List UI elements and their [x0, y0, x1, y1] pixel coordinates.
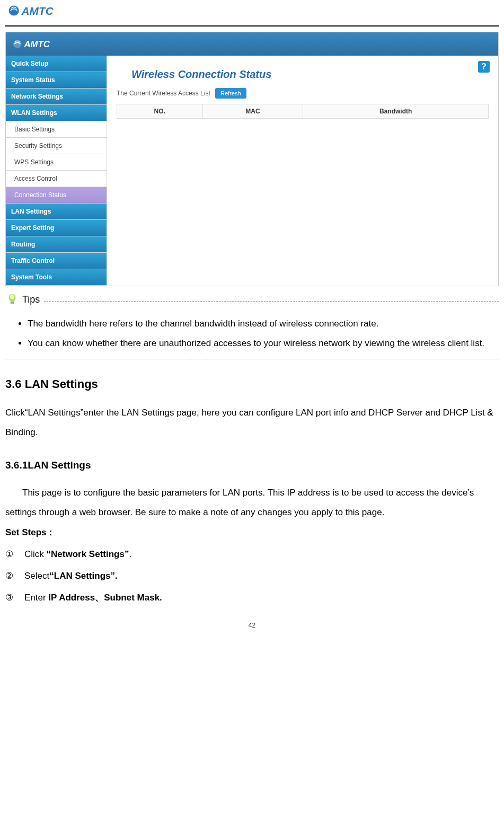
sidebar-item[interactable]: Routing: [6, 236, 107, 253]
sidebar-item[interactable]: LAN Settings: [6, 204, 107, 220]
sidebar-item[interactable]: Quick Setup: [6, 56, 107, 72]
sidebar-item[interactable]: Security Settings: [6, 138, 107, 154]
sidebar-item[interactable]: Basic Settings: [6, 121, 107, 138]
sidebar-item[interactable]: Traffic Control: [6, 253, 107, 269]
step-item: ③Enter IP Address、Subnet Mask.: [5, 587, 499, 609]
subsection-para: This page is to configure the basic para…: [5, 483, 499, 523]
page-number: 42: [5, 622, 499, 629]
dashed-line: [44, 301, 499, 302]
section-heading: 3.6 LAN Settings: [5, 377, 499, 391]
sidebar-item[interactable]: Network Settings: [6, 89, 107, 105]
brand-text: AMTC: [21, 5, 54, 17]
sidebar-item[interactable]: Connection Status: [6, 187, 107, 204]
section-intro: Click“LAN Settings”enter the LAN Setting…: [5, 403, 499, 443]
steps-list: ①Click “Network Settings”.②Select“LAN Se…: [5, 544, 499, 608]
sidebar-item[interactable]: WLAN Settings: [6, 105, 107, 121]
set-steps-label: Set Steps：: [5, 526, 499, 538]
access-list-row: The Current Wireless Access List Refresh: [117, 88, 489, 99]
doc-header: AMTC: [5, 0, 499, 26]
sidebar-item[interactable]: System Tools: [6, 269, 107, 286]
dashed-line: [5, 359, 499, 359]
subsection-heading: 3.6.1LAN Settings: [5, 459, 499, 471]
connection-table: NO.MACBandwidth: [117, 104, 489, 119]
sidebar-item[interactable]: System Status: [6, 72, 107, 89]
sidebar-item[interactable]: Expert Setting: [6, 220, 107, 236]
help-icon[interactable]: ?: [478, 61, 490, 73]
embedded-screenshot: AMTC Quick SetupSystem StatusNetwork Set…: [5, 32, 499, 286]
step-bold: “LAN Settings”.: [49, 571, 117, 581]
step-marker: ③: [5, 587, 13, 609]
step-marker: ①: [5, 544, 13, 565]
step-item: ②Select“LAN Settings”.: [5, 565, 499, 587]
brand-logo: AMTC: [5, 2, 95, 19]
refresh-button[interactable]: Refresh: [215, 88, 246, 99]
tips-list: The bandwidth here refers to the channel…: [5, 314, 499, 354]
sidebar-item[interactable]: WPS Settings: [6, 154, 107, 171]
svg-rect-7: [11, 303, 14, 304]
tips-header-row: Tips: [5, 293, 499, 306]
svg-rect-6: [11, 302, 14, 303]
tips-item: You can know whether there are unauthori…: [28, 333, 499, 353]
screenshot-topbar: AMTC: [6, 32, 498, 56]
table-header: Bandwidth: [303, 104, 489, 119]
step-bold: “Network Settings”: [47, 549, 129, 559]
tips-item: The bandwidth here refers to the channel…: [28, 314, 499, 333]
step-item: ①Click “Network Settings”.: [5, 544, 499, 565]
svg-text:AMTC: AMTC: [23, 39, 50, 49]
tips-label: Tips: [22, 294, 40, 305]
step-marker: ②: [5, 565, 13, 587]
content-title: Wireless Connection Status: [131, 68, 489, 81]
screenshot-content: ? Wireless Connection Status The Current…: [107, 56, 498, 286]
step-bold: IP Address、Subnet Mask.: [48, 593, 162, 603]
table-header: NO.: [117, 104, 203, 119]
svg-point-4: [10, 294, 14, 299]
table-header: MAC: [202, 104, 303, 119]
screenshot-sidebar: Quick SetupSystem StatusNetwork Settings…: [6, 56, 107, 286]
lightbulb-icon: [5, 293, 19, 306]
sidebar-item[interactable]: Access Control: [6, 171, 107, 187]
access-list-label: The Current Wireless Access List: [117, 90, 210, 97]
